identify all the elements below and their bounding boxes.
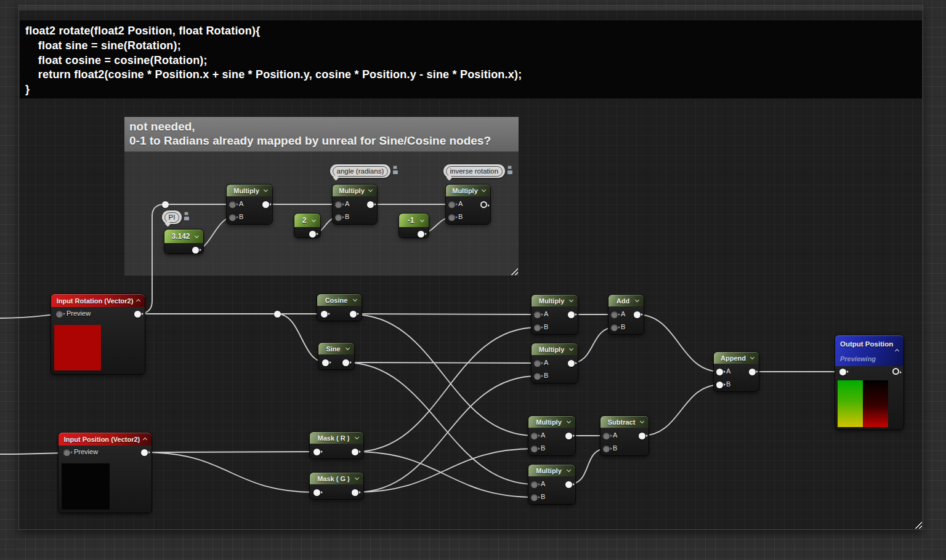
node-header[interactable]: Sine <box>318 343 354 354</box>
pin-b-input[interactable] <box>611 324 618 331</box>
pin-output[interactable] <box>262 201 269 208</box>
pin-output[interactable] <box>749 369 756 375</box>
node-header[interactable]: 3.142 <box>164 230 203 243</box>
pin-output[interactable] <box>480 201 487 208</box>
chevron-down-icon[interactable] <box>355 476 359 480</box>
node-multiply-3[interactable]: MultiplyAB <box>528 416 575 455</box>
chevron-down-icon[interactable] <box>264 188 268 192</box>
reroute-pill[interactable]: angle (radians) <box>330 164 390 178</box>
node-mask-g[interactable]: Mask ( G ) <box>310 473 363 499</box>
node-header[interactable]: Input Position (Vector2) <box>59 433 152 446</box>
node-const-minusone[interactable]: -1 <box>399 214 429 238</box>
pin-output[interactable] <box>309 231 316 238</box>
outer-comment-titlebar[interactable] <box>19 6 923 10</box>
pin-b-input[interactable] <box>531 494 538 501</box>
node-const-two[interactable]: 2 <box>294 214 320 238</box>
pin-output[interactable] <box>568 360 575 367</box>
node-header[interactable]: Cosine <box>317 294 362 306</box>
chevron-down-icon[interactable] <box>569 346 573 351</box>
pin-a-input[interactable] <box>534 311 541 318</box>
node-header[interactable]: Multiply <box>532 343 578 355</box>
pin-b-input[interactable] <box>534 373 541 380</box>
pin-output[interactable] <box>565 433 572 439</box>
pin-output[interactable] <box>568 311 575 318</box>
chevron-down-icon[interactable] <box>567 468 571 472</box>
pin-input[interactable] <box>839 369 846 375</box>
note-comment-resize-handle[interactable] <box>511 268 518 275</box>
pin-b-input[interactable] <box>716 382 723 388</box>
node-header[interactable]: Multiply <box>532 295 578 306</box>
pin-a-input[interactable] <box>335 201 342 208</box>
node-header[interactable]: Multiply <box>446 185 490 196</box>
pin-output[interactable] <box>418 231 424 238</box>
node-header[interactable]: Input Rotation (Vector2) <box>51 294 145 307</box>
node-header[interactable]: Multiply <box>528 416 575 428</box>
chevron-down-icon[interactable] <box>635 298 639 302</box>
pin-a-input[interactable] <box>531 481 538 488</box>
node-input-position[interactable]: Input Position (Vector2)Preview <box>59 433 152 513</box>
pin-a-input[interactable] <box>716 369 723 375</box>
chevron-down-icon[interactable] <box>195 234 199 238</box>
node-multiply-2[interactable]: MultiplyAB <box>532 343 578 383</box>
pin-output[interactable] <box>367 201 374 208</box>
pin-input[interactable] <box>321 311 328 318</box>
node-header[interactable]: Mask ( G ) <box>310 473 363 484</box>
chevron-down-icon[interactable] <box>750 355 754 359</box>
pin-output[interactable] <box>134 311 141 318</box>
pin-a-input[interactable] <box>534 360 541 367</box>
chevron-up-icon[interactable] <box>136 299 140 303</box>
chevron-down-icon[interactable] <box>569 298 573 302</box>
pin-input[interactable] <box>322 359 329 366</box>
node-multiply-c3[interactable]: MultiplyAB <box>446 185 490 224</box>
chevron-down-icon[interactable] <box>312 218 316 222</box>
reroute-dot[interactable] <box>162 201 169 208</box>
pin-output[interactable] <box>565 481 572 488</box>
node-add[interactable]: AddAB <box>608 295 644 334</box>
pin-a-input[interactable] <box>611 311 618 318</box>
pin-b-input[interactable] <box>229 214 236 221</box>
node-multiply-4[interactable]: MultiplyAB <box>528 465 575 504</box>
node-mask-r[interactable]: Mask ( R ) <box>310 432 363 458</box>
chevron-up-icon[interactable] <box>143 438 147 442</box>
node-header[interactable]: -1 <box>399 214 429 227</box>
node-header[interactable]: Output PositionPreviewing <box>835 335 904 366</box>
pin-preview-input[interactable] <box>56 311 63 318</box>
node-header[interactable]: 2 <box>294 214 320 227</box>
chevron-down-icon[interactable] <box>355 435 359 439</box>
chevron-down-icon[interactable] <box>368 188 373 192</box>
node-pill-angle[interactable]: angle (radians) <box>330 164 399 178</box>
graph-canvas[interactable]: float2 rotate(float2 Position, float Rot… <box>0 0 946 560</box>
node-cosine[interactable]: Cosine <box>317 294 362 321</box>
outer-comment-resize-handle[interactable] <box>915 521 922 529</box>
node-sine[interactable]: Sine <box>318 343 354 369</box>
reroute-dot[interactable] <box>274 311 281 318</box>
node-header[interactable]: Append <box>714 352 759 364</box>
node-multiply-c1[interactable]: MultiplyAB <box>227 185 272 224</box>
code-comment-box[interactable]: float2 rotate(float2 Position, float Rot… <box>20 20 922 98</box>
pin-b-input[interactable] <box>534 324 541 331</box>
node-append[interactable]: AppendAB <box>714 352 759 391</box>
pin-output[interactable] <box>352 449 358 455</box>
node-header[interactable]: Add <box>608 295 644 306</box>
node-const-pi[interactable]: 3.142 <box>164 230 203 254</box>
chevron-down-icon[interactable] <box>567 419 571 423</box>
pin-b-input[interactable] <box>531 446 538 452</box>
node-header[interactable]: Multiply <box>333 185 377 196</box>
node-subtract[interactable]: SubtractAB <box>600 416 649 455</box>
pin-preview-input[interactable] <box>63 449 70 456</box>
node-output-position[interactable]: Output PositionPreviewing <box>835 335 904 430</box>
node-header[interactable]: Multiply <box>227 185 272 196</box>
pin-b-input[interactable] <box>335 214 342 221</box>
pin-b-input[interactable] <box>603 446 610 452</box>
pin-a-input[interactable] <box>531 433 538 439</box>
node-header[interactable]: Multiply <box>528 465 575 476</box>
note-comment-header[interactable]: not needed, 0-1 to Radians already mappe… <box>124 117 519 152</box>
node-header[interactable]: Subtract <box>600 416 649 428</box>
chevron-down-icon[interactable] <box>420 218 424 222</box>
pin-input[interactable] <box>313 489 320 496</box>
pin-output[interactable] <box>192 247 199 254</box>
node-multiply-1[interactable]: MultiplyAB <box>532 295 578 334</box>
pin-output[interactable] <box>342 359 349 366</box>
pin-a-input[interactable] <box>448 201 455 208</box>
pin-a-input[interactable] <box>229 201 236 208</box>
